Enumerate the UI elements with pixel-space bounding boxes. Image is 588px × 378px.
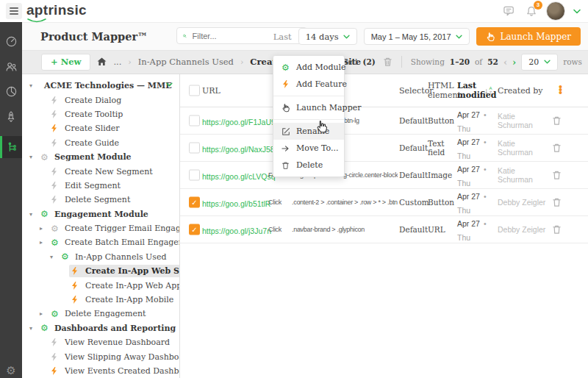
hamburger-menu-icon[interactable] (6, 3, 22, 19)
row-delete-icon[interactable] (552, 197, 562, 207)
menu-item-add-feature[interactable]: Add Feature (273, 76, 344, 93)
breadcrumb-ellipsis[interactable]: ... (113, 57, 121, 67)
mouse-cursor-hand (316, 120, 328, 133)
sidebar-item-create-batch-email-engagement[interactable]: ▸⚙Create Batch Email Engagement (22, 235, 179, 249)
next-page-icon[interactable]: › (512, 57, 516, 68)
row-element-path: .navbar-brand > .glyphicon (292, 226, 365, 233)
tree-collapse-icon[interactable]: ▾ (29, 154, 38, 160)
row-checkbox[interactable] (189, 115, 200, 126)
chevron-down-icon[interactable] (166, 82, 173, 87)
row-created-by: Katie Schurman (498, 139, 551, 157)
sidebar-item-create-trigger-email-engagement[interactable]: ▸⚙Create Trigger Email Engagement (22, 221, 179, 235)
rocket-icon[interactable] (0, 106, 22, 126)
row-url-link[interactable]: https://goo.gl/F1JaU9 (202, 117, 276, 126)
menu-item-move-to[interactable]: Move To... (273, 140, 344, 157)
chevron-down-icon (544, 60, 551, 64)
date-range-dropdown[interactable]: May 1 – May 15, 2017 (364, 28, 470, 45)
feature-icon (51, 353, 57, 361)
menu-item-add-module[interactable]: ⚙ Add Module (273, 59, 344, 76)
trash-icon (281, 161, 290, 170)
row-delete-icon[interactable] (552, 170, 562, 180)
sidebar-item-create-guide[interactable]: Create Guide (22, 136, 179, 150)
row-delete-icon[interactable] (552, 143, 562, 153)
sidebar-item-segment-module[interactable]: ▾⚙Segment Module (22, 150, 179, 164)
sidebar-item-create-in-app-web-site[interactable]: Create In-App Web Site (22, 264, 179, 278)
sort-descending-icon[interactable]: ↓AZ (484, 86, 492, 95)
sidebar-item-create-slider[interactable]: Create Slider (22, 121, 179, 135)
row-selector: Default (399, 225, 428, 234)
row-created-by: Katie Schurman (498, 166, 551, 184)
row-created-by: Katie Schurman (498, 112, 551, 129)
row-html-element: Button (428, 116, 459, 125)
column-options-icon[interactable]: ••• (558, 86, 561, 95)
settings-gear-icon[interactable]: ⚙ (0, 360, 22, 378)
dashboard-icon[interactable] (0, 31, 22, 51)
sidebar-item-view-revenue-dashboard[interactable]: View Revenue Dashboard (22, 335, 179, 349)
sidebar-item-engagement-module[interactable]: ▾⚙Engagement Module (22, 207, 179, 221)
sidebar-item-create-dialog[interactable]: Create Dialog (22, 93, 179, 107)
row-checkbox[interactable] (189, 169, 200, 180)
row-url-link[interactable]: https://goo.gl/NaxJ58 (202, 144, 275, 153)
col-header-created-by[interactable]: Created by (498, 85, 551, 95)
search-icon (183, 32, 187, 40)
sidebar-item-view-events-created-dashboard[interactable]: View Events Created Dashboard (22, 364, 179, 378)
sidebar-item-create-new-segment[interactable]: Create New Segment (22, 164, 179, 178)
sidebar-item-in-app-channels-used[interactable]: ▾⚙In-App Channels Used (22, 250, 179, 264)
prev-page-icon[interactable]: ‹ (503, 57, 507, 68)
sidebar-item-create-in-app-mobile[interactable]: Create In-App Mobile (22, 293, 179, 307)
row-checkbox[interactable]: ✓ (189, 196, 200, 207)
tree-collapse-icon[interactable]: ▾ (50, 254, 59, 260)
sidebar-item-delete-engagement[interactable]: ▸⚙Delete Engagement (22, 307, 179, 321)
breadcrumb-channels[interactable]: In-App Channels Used (138, 57, 234, 67)
tree-expand-icon[interactable]: ▸ (40, 239, 49, 246)
row-url-link[interactable]: https://goo.gl/cLVQsq (202, 171, 276, 180)
profile-chevron-down-icon[interactable] (573, 9, 581, 14)
page-title: Product Mapper™ (40, 30, 148, 43)
new-button[interactable]: + New (41, 54, 90, 71)
row-checkbox[interactable]: ✓ (189, 224, 200, 235)
sidebar-item-dashboards-and-reporting[interactable]: ▾⚙Dashboards and Reporting (22, 321, 179, 335)
users-icon[interactable] (0, 56, 22, 76)
menu-item-delete[interactable]: Delete (273, 157, 344, 174)
launch-mapper-button[interactable]: Launch Mapper (476, 27, 581, 46)
row-url-link[interactable]: https://goo.gl/b51tlR (202, 199, 270, 207)
menu-item-launch-mapper[interactable]: Launch Mapper (273, 99, 344, 116)
bulk-delete-trash-icon[interactable] (383, 57, 392, 67)
duration-dropdown[interactable]: 14 days (298, 28, 357, 45)
page-size-dropdown[interactable]: 20 (521, 54, 558, 71)
col-header-html-element[interactable]: HTML element (428, 81, 459, 100)
sidebar-item-create-in-app-web-app[interactable]: Create In-App Web App (22, 278, 179, 292)
user-avatar[interactable] (546, 1, 565, 21)
select-all-checkbox[interactable] (189, 85, 200, 96)
sidebar-item-create-tooltip[interactable]: Create Tooltip (22, 107, 179, 121)
row-selector: Default (399, 171, 428, 179)
module-icon: ⚙ (40, 210, 49, 218)
col-header-url[interactable]: URL (202, 85, 220, 95)
feature-icon (51, 124, 57, 132)
tree-collapse-icon[interactable]: ▾ (29, 211, 38, 218)
row-delete-icon[interactable] (552, 224, 562, 235)
feature-icon (51, 182, 57, 190)
product-mapper-tree-icon[interactable] (0, 136, 22, 158)
row-url-link[interactable]: https://goo.gl/j3Ju7n (202, 226, 271, 235)
tree-collapse-icon[interactable]: ▾ (29, 82, 38, 89)
row-html-element: Image (428, 171, 459, 179)
row-modified-date: Apr 27 (457, 138, 480, 146)
sidebar-item-delete-segment[interactable]: Delete Segment (22, 193, 179, 207)
home-icon[interactable] (97, 57, 107, 66)
row-delete-icon[interactable] (552, 115, 562, 126)
sidebar-item-acme-technologies-mme[interactable]: ▾ACME Technologies — MME (22, 79, 179, 93)
showing-range: 1–20 (450, 57, 470, 66)
tree-expand-icon[interactable]: ▸ (40, 310, 49, 317)
chat-icon[interactable] (503, 4, 517, 18)
tree-expand-icon[interactable]: ▸ (40, 225, 49, 232)
row-checkbox[interactable] (189, 142, 200, 153)
notifications-bell-icon[interactable]: 3 (525, 4, 538, 18)
sidebar-item-view-slipping-away-dashboard[interactable]: View Slipping Away Dashboard (22, 349, 179, 363)
row-trigger: Click (268, 226, 282, 233)
tree-collapse-icon[interactable]: ▾ (29, 325, 38, 332)
sidebar-item-edit-segment[interactable]: Edit Segment (22, 179, 179, 193)
pie-chart-icon[interactable] (0, 81, 22, 101)
row-selector: Custom (399, 198, 429, 207)
menu-item-rename[interactable]: Rename (273, 123, 344, 140)
